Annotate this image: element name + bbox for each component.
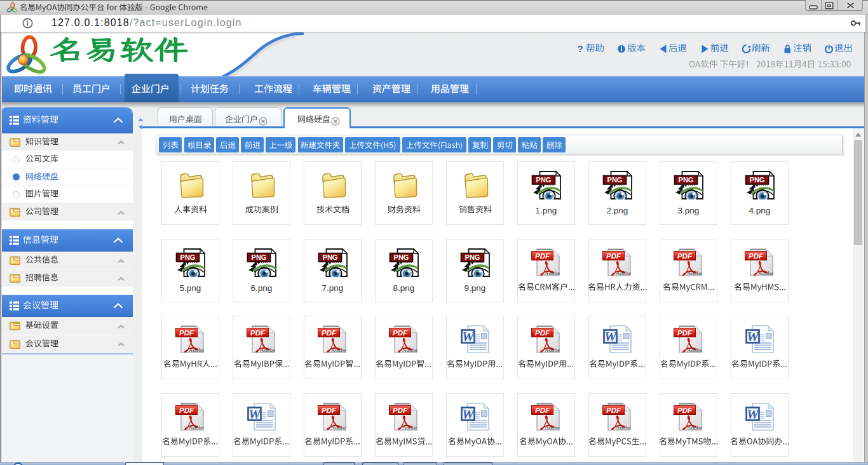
svg-text:?: ? [577,44,583,54]
